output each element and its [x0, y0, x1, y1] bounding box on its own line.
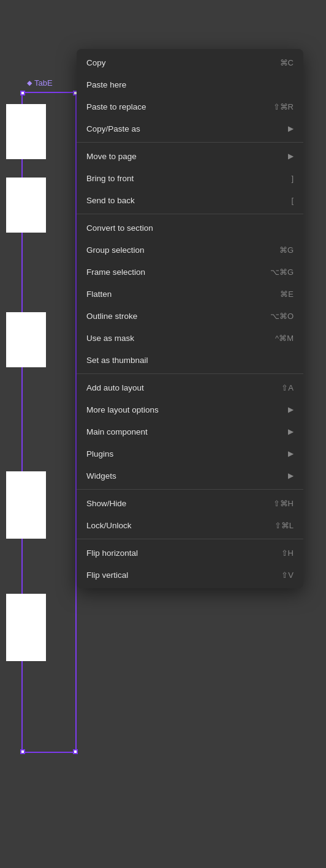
menu-item-paste-to-replace-shortcut: ⇧⌘R	[273, 102, 294, 111]
menu-item-use-as-mask[interactable]: Use as mask ^⌘M	[77, 327, 303, 349]
menu-item-add-auto-layout-label: Add auto layout	[86, 383, 269, 392]
tab-icon: ◆	[27, 79, 32, 87]
menu-item-convert-to-section-label: Convert to section	[86, 223, 294, 233]
menu-item-move-to-page-label: Move to page	[86, 152, 283, 161]
menu-item-group-selection[interactable]: Group selection ⌘G	[77, 239, 303, 261]
menu-item-flip-vertical[interactable]: Flip vertical ⇧V	[77, 564, 303, 586]
menu-item-flip-vertical-label: Flip vertical	[86, 571, 269, 580]
menu-item-lock-unlock-shortcut: ⇧⌘L	[275, 521, 294, 530]
handle-br[interactable]	[73, 749, 78, 754]
menu-item-main-component[interactable]: Main component ▶	[77, 421, 303, 443]
menu-item-frame-selection-label: Frame selection	[86, 268, 258, 277]
menu-item-move-to-page[interactable]: Move to page ▶	[77, 145, 303, 167]
menu-item-flatten-label: Flatten	[86, 290, 268, 299]
menu-section-arrange: Move to page ▶ Bring to front ] Send to …	[77, 143, 303, 214]
canvas-area: ◆ TabE	[0, 37, 80, 710]
menu-item-copy-paste-as[interactable]: Copy/Paste as ▶	[77, 118, 303, 140]
context-menu: Copy ⌘C Paste here Paste to replace ⇧⌘R …	[77, 49, 303, 588]
menu-item-add-auto-layout-shortcut: ⇧A	[281, 383, 294, 392]
menu-item-show-hide-shortcut: ⇧⌘H	[273, 499, 294, 508]
menu-item-send-to-back-label: Send to back	[86, 196, 279, 205]
menu-item-flip-horizontal[interactable]: Flip horizontal ⇧H	[77, 542, 303, 564]
menu-item-plugins[interactable]: Plugins ▶	[77, 443, 303, 465]
menu-item-send-to-back[interactable]: Send to back [	[77, 189, 303, 211]
menu-item-flatten-shortcut: ⌘E	[280, 290, 294, 299]
canvas-frame-4	[6, 471, 46, 539]
menu-item-group-selection-shortcut: ⌘G	[279, 245, 294, 255]
menu-item-paste-here[interactable]: Paste here	[77, 73, 303, 95]
menu-section-layout: Add auto layout ⇧A More layout options ▶…	[77, 374, 303, 490]
menu-item-set-as-thumbnail[interactable]: Set as thumbnail	[77, 349, 303, 371]
menu-item-copy[interactable]: Copy ⌘C	[77, 51, 303, 73]
menu-item-widgets-label: Widgets	[86, 471, 283, 481]
menu-item-add-auto-layout[interactable]: Add auto layout ⇧A	[77, 376, 303, 398]
canvas-frame-3	[6, 312, 46, 367]
menu-item-lock-unlock[interactable]: Lock/Unlock ⇧⌘L	[77, 514, 303, 536]
menu-item-frame-selection[interactable]: Frame selection ⌥⌘G	[77, 261, 303, 283]
menu-item-use-as-mask-shortcut: ^⌘M	[275, 334, 294, 343]
menu-item-main-component-label: Main component	[86, 427, 283, 436]
menu-item-flip-horizontal-shortcut: ⇧H	[281, 548, 294, 558]
menu-item-bring-to-front[interactable]: Bring to front ]	[77, 167, 303, 189]
menu-item-lock-unlock-label: Lock/Unlock	[86, 521, 262, 530]
menu-item-outline-stroke-shortcut: ⌥⌘O	[270, 312, 294, 321]
menu-item-flip-horizontal-label: Flip horizontal	[86, 548, 269, 558]
menu-item-widgets[interactable]: Widgets ▶	[77, 465, 303, 487]
submenu-arrow-move-to-page: ▶	[288, 152, 294, 160]
menu-item-outline-stroke-label: Outline stroke	[86, 312, 258, 321]
menu-item-outline-stroke[interactable]: Outline stroke ⌥⌘O	[77, 305, 303, 327]
handle-bl[interactable]	[20, 749, 25, 754]
menu-item-show-hide[interactable]: Show/Hide ⇧⌘H	[77, 492, 303, 514]
submenu-arrow-copy-paste-as: ▶	[288, 124, 294, 133]
menu-item-paste-to-replace-label: Paste to replace	[86, 102, 261, 111]
menu-section-clipboard: Copy ⌘C Paste here Paste to replace ⇧⌘R …	[77, 49, 303, 143]
submenu-arrow-plugins: ▶	[288, 449, 294, 458]
menu-item-more-layout-options[interactable]: More layout options ▶	[77, 398, 303, 421]
canvas-frame-5	[6, 594, 46, 661]
submenu-arrow-widgets: ▶	[288, 471, 294, 480]
menu-item-plugins-label: Plugins	[86, 449, 283, 458]
submenu-arrow-main-component: ▶	[288, 427, 294, 436]
menu-item-more-layout-options-label: More layout options	[86, 405, 283, 414]
menu-item-paste-here-label: Paste here	[86, 80, 294, 89]
menu-item-bring-to-front-label: Bring to front	[86, 174, 279, 183]
menu-item-copy-shortcut: ⌘C	[280, 58, 294, 67]
menu-item-flip-vertical-shortcut: ⇧V	[281, 571, 294, 580]
menu-item-show-hide-label: Show/Hide	[86, 499, 261, 508]
menu-item-bring-to-front-shortcut: ]	[291, 174, 294, 183]
submenu-arrow-more-layout-options: ▶	[288, 405, 294, 414]
menu-section-visibility: Show/Hide ⇧⌘H Lock/Unlock ⇧⌘L	[77, 490, 303, 539]
canvas-frame-2	[6, 178, 46, 233]
menu-item-use-as-mask-label: Use as mask	[86, 334, 263, 343]
menu-section-structure: Convert to section Group selection ⌘G Fr…	[77, 214, 303, 374]
menu-item-paste-to-replace[interactable]: Paste to replace ⇧⌘R	[77, 95, 303, 118]
menu-item-set-as-thumbnail-label: Set as thumbnail	[86, 356, 294, 365]
menu-item-copy-label: Copy	[86, 58, 268, 67]
menu-item-send-to-back-shortcut: [	[291, 196, 294, 205]
menu-section-flip: Flip horizontal ⇧H Flip vertical ⇧V	[77, 539, 303, 588]
menu-item-group-selection-label: Group selection	[86, 245, 267, 255]
tab-name: TabE	[34, 78, 53, 88]
menu-item-frame-selection-shortcut: ⌥⌘G	[270, 268, 294, 277]
menu-item-copy-paste-as-label: Copy/Paste as	[86, 124, 283, 133]
canvas-frame-1	[6, 104, 46, 159]
handle-tl[interactable]	[20, 91, 25, 95]
tab-label: ◆ TabE	[27, 78, 53, 88]
menu-item-convert-to-section[interactable]: Convert to section	[77, 217, 303, 239]
menu-item-flatten[interactable]: Flatten ⌘E	[77, 283, 303, 305]
